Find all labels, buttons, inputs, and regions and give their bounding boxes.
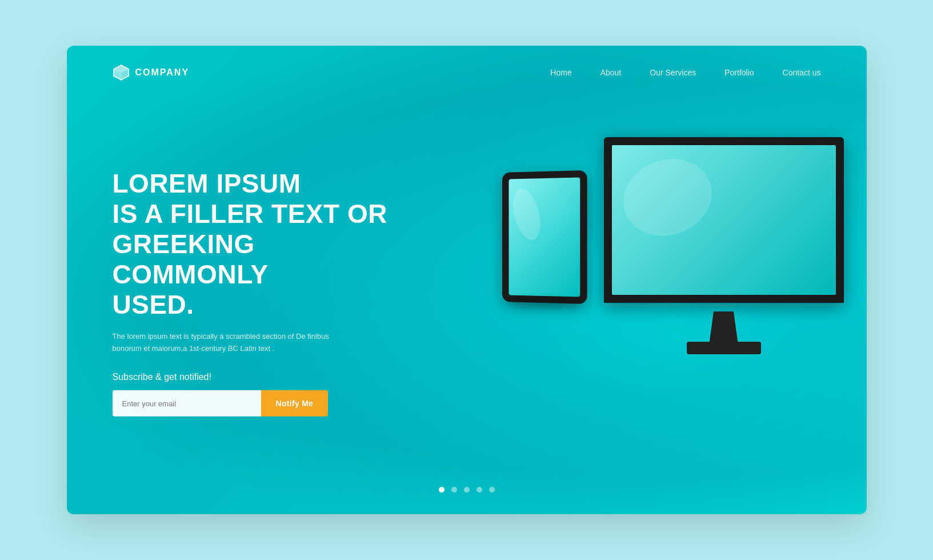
monitor-screen-wrapper <box>604 137 844 314</box>
nav-item-home[interactable]: Home <box>550 67 571 78</box>
nav-item-services[interactable]: Our Services <box>650 67 696 78</box>
nav-link-portfolio[interactable]: Portfolio <box>724 68 754 77</box>
nav-link-about[interactable]: About <box>600 68 622 77</box>
subscribe-form: Notify Me <box>113 390 410 417</box>
logo-text: COMPANY <box>135 67 190 78</box>
subscribe-label: Subscribe & get notified! <box>113 372 410 382</box>
monitor-neck <box>710 311 738 343</box>
tablet-device <box>502 170 587 304</box>
nav-item-portfolio[interactable]: Portfolio <box>724 67 754 78</box>
page-wrapper: COMPANY Home About Our Services Portfoli… <box>67 46 867 514</box>
slider-dot-2[interactable] <box>451 487 457 493</box>
monitor-display <box>612 145 836 295</box>
nav-links: Home About Our Services Portfolio Contac… <box>550 67 820 78</box>
navbar: COMPANY Home About Our Services Portfoli… <box>67 46 867 99</box>
tablet-screen <box>508 177 580 297</box>
monitor-base <box>687 342 761 354</box>
devices-container <box>478 114 867 446</box>
monitor-bezel <box>604 137 844 303</box>
nav-item-contact[interactable]: Contact us <box>783 67 821 78</box>
slider-dot-4[interactable] <box>476 487 482 493</box>
hero-content: LOREM IPSUM IS A FILLER TEXT OR GREEKING… <box>113 169 410 417</box>
nav-link-contact[interactable]: Contact us <box>783 68 821 77</box>
logo-icon <box>113 64 130 81</box>
notify-button[interactable]: Notify Me <box>261 390 329 417</box>
hero-title: LOREM IPSUM IS A FILLER TEXT OR GREEKING… <box>113 169 410 319</box>
nav-item-about[interactable]: About <box>600 67 622 78</box>
monitor-device <box>604 137 844 314</box>
email-input[interactable] <box>113 390 261 417</box>
hero-subtitle: The lorem ipsum text is typically a scra… <box>113 331 330 355</box>
tablet-shadow <box>510 299 578 309</box>
nav-link-services[interactable]: Our Services <box>650 68 696 77</box>
slider-dot-3[interactable] <box>464 487 470 493</box>
nav-link-home[interactable]: Home <box>550 68 571 77</box>
slider-dots <box>439 487 495 493</box>
slider-dot-1[interactable] <box>439 487 445 493</box>
logo[interactable]: COMPANY <box>113 64 190 81</box>
slider-dot-5[interactable] <box>489 487 495 493</box>
